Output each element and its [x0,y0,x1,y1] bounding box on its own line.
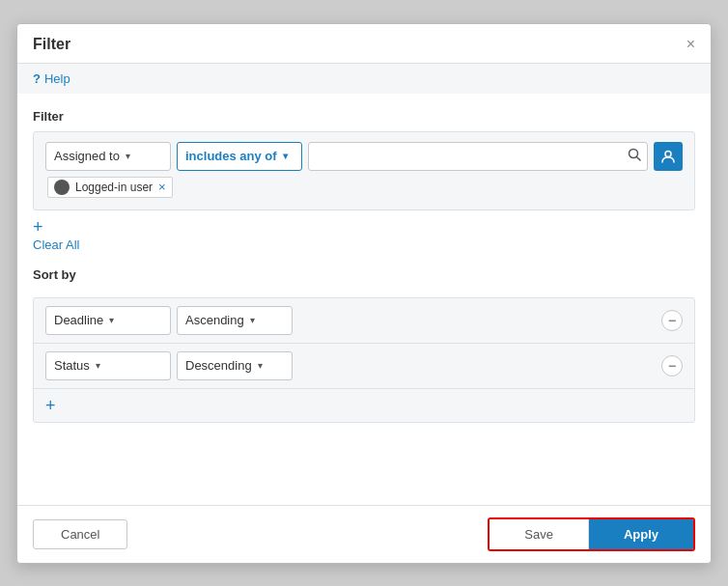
sort-field-1-chevron: ▾ [109,315,114,325]
user-icon [660,149,676,164]
close-button[interactable]: × [686,37,695,52]
svg-point-2 [665,151,671,156]
modal-footer: Cancel Save Apply [17,505,711,563]
sort-order-1-label: Ascending [185,313,244,327]
sort-section: Deadline ▾ Ascending ▾ − Status ▾ Descen… [33,297,695,423]
add-filter-button[interactable]: + [33,218,43,236]
search-icon [628,148,641,161]
sort-order-1-dropdown[interactable]: Ascending ▾ [177,306,293,335]
clear-all-link[interactable]: Clear All [33,237,695,252]
save-button[interactable]: Save [490,519,589,549]
assigned-to-dropdown[interactable]: Assigned to ▾ [45,142,171,171]
includes-dropdown[interactable]: includes any of ▾ [177,142,302,171]
modal-body: Filter Assigned to ▾ includes any of ▾ [17,94,711,505]
tag-close-button[interactable]: × [158,181,166,193]
filter-modal: Filter × ? Help Filter Assigned to ▾ inc… [16,23,712,564]
sort-field-2-label: Status [54,358,90,373]
sort-order-1-chevron: ▾ [250,315,255,325]
search-icon-button[interactable] [626,148,643,164]
sort-row-1: Deadline ▾ Ascending ▾ − [34,298,694,344]
footer-right-actions: Save Apply [488,517,695,551]
modal-header: Filter × [17,24,711,64]
tag-avatar [54,180,70,195]
filter-tag-row: Logged-in user × [45,177,683,198]
sort-order-2-label: Descending [185,358,252,373]
help-bar: ? Help [17,64,711,94]
assigned-to-chevron: ▾ [126,151,130,161]
sort-field-2-chevron: ▾ [96,360,100,371]
filter-section: Assigned to ▾ includes any of ▾ [33,131,695,210]
cancel-button[interactable]: Cancel [33,519,127,549]
help-link[interactable]: Help [44,71,70,86]
user-icon-button[interactable] [654,142,683,171]
sort-order-2-chevron: ▾ [258,360,263,371]
includes-label: includes any of [185,149,277,163]
sort-order-2-dropdown[interactable]: Descending ▾ [177,351,293,380]
search-input[interactable] [313,149,626,163]
sort-row-2: Status ▾ Descending ▾ − [34,344,694,389]
tag-label: Logged-in user [75,181,153,194]
filter-label: Filter [33,109,695,124]
assigned-to-label: Assigned to [54,149,120,163]
search-input-wrap [308,142,648,171]
includes-chevron: ▾ [283,151,288,161]
apply-button[interactable]: Apply [589,519,693,549]
help-icon: ? [33,71,41,86]
add-sort-button[interactable]: + [34,389,68,422]
sort-field-1-dropdown[interactable]: Deadline ▾ [45,306,171,335]
svg-line-1 [636,156,640,160]
remove-sort-2-button[interactable]: − [661,355,683,377]
filter-row: Assigned to ▾ includes any of ▾ [45,142,683,171]
logged-in-user-tag: Logged-in user × [47,177,173,198]
modal-title: Filter [33,36,70,53]
sort-field-2-dropdown[interactable]: Status ▾ [45,351,171,380]
sort-field-1-label: Deadline [54,313,103,327]
sort-by-label: Sort by [33,267,695,282]
remove-sort-1-button[interactable]: − [661,310,683,331]
